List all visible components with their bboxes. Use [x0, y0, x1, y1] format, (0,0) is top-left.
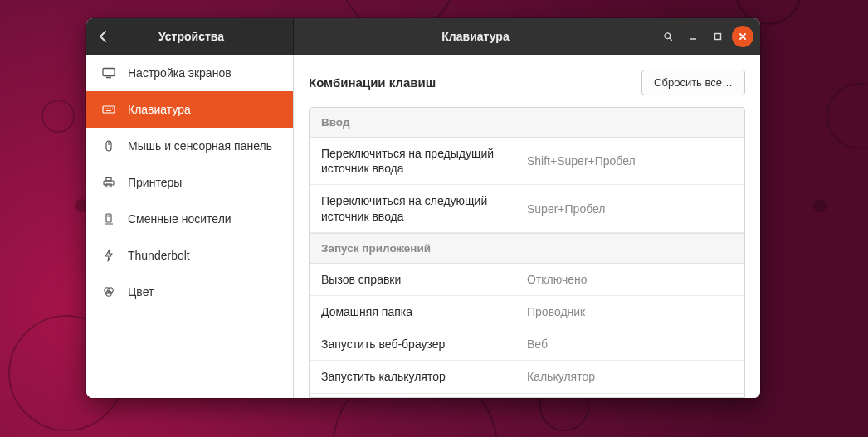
shortcut-row[interactable]: Запустить веб-браузерВеб: [310, 328, 744, 361]
minimize-button[interactable]: [682, 26, 704, 47]
svg-point-10: [112, 108, 113, 109]
removable-icon: [101, 212, 116, 226]
maximize-button[interactable]: [707, 26, 729, 47]
svg-rect-15: [106, 178, 111, 182]
shortcut-label: Переключиться на следующий источник ввод…: [321, 193, 527, 223]
shortcut-accelerator: Shift+Super+Пробел: [527, 154, 733, 168]
sidebar-item-label: Thunderbolt: [128, 249, 190, 262]
shortcut-label: Переключиться на предыдущий источник вво…: [321, 146, 527, 176]
sidebar-item-label: Мышь и сенсорная панель: [128, 139, 272, 153]
sidebar-item-removable[interactable]: Сменные носители: [86, 201, 293, 237]
sidebar-item-label: Настройка экранов: [128, 66, 232, 80]
shortcut-list[interactable]: ВводПереключиться на предыдущий источник…: [309, 107, 745, 398]
window-controls: [657, 26, 760, 47]
close-button[interactable]: [732, 26, 753, 47]
shortcut-row[interactable]: Вызов справкиОтключено: [310, 264, 744, 296]
search-button[interactable]: [657, 26, 679, 47]
sidebar[interactable]: Настройка экрановКлавиатураМышь и сенсор…: [86, 55, 294, 398]
section-header: Запуск приложений: [310, 233, 744, 264]
shortcut-accelerator: Проводник: [527, 305, 733, 318]
minimize-icon: [688, 32, 698, 41]
shortcut-row[interactable]: Переключиться на следующий источник ввод…: [310, 185, 744, 232]
titlebar-left: Устройства: [86, 18, 294, 55]
shortcut-accelerator: Super+Пробел: [527, 202, 733, 216]
color-icon: [101, 285, 116, 299]
shortcut-row[interactable]: Домашняя папкаПроводник: [310, 296, 744, 328]
shortcut-label: Домашняя папка: [321, 304, 527, 319]
sidebar-item-printers[interactable]: Принтеры: [86, 164, 293, 201]
titlebar-left-title: Устройства: [119, 30, 293, 43]
printers-icon: [101, 176, 116, 189]
svg-point-7: [105, 108, 105, 109]
window-body: Настройка экрановКлавиатураМышь и сенсор…: [86, 55, 760, 398]
titlebar: Устройства Клавиатура: [86, 18, 760, 55]
titlebar-right: Клавиатура: [294, 18, 760, 55]
search-icon: [663, 32, 673, 41]
shortcut-label: Вызов справки: [321, 272, 527, 287]
reset-all-button[interactable]: Сбросить все…: [641, 70, 745, 95]
sidebar-item-displays[interactable]: Настройка экранов: [86, 55, 293, 91]
chevron-left-icon: [99, 31, 107, 42]
displays-icon: [101, 66, 116, 80]
settings-window: Устройства Клавиатура Настройка экрано: [86, 18, 760, 398]
titlebar-right-title: Клавиатура: [294, 30, 657, 43]
content-pane: Комбинации клавиш Сбросить все… ВводПере…: [294, 55, 760, 398]
sidebar-item-thunderbolt[interactable]: Thunderbolt: [86, 237, 293, 274]
sidebar-item-mouse[interactable]: Мышь и сенсорная панель: [86, 128, 293, 164]
sidebar-item-label: Цвет: [128, 285, 154, 299]
shortcut-label: Запустить калькулятор: [321, 369, 527, 384]
maximize-icon: [713, 32, 723, 41]
close-icon: [738, 32, 748, 41]
content-title: Комбинации клавиш: [309, 75, 436, 90]
thunderbolt-icon: [101, 249, 116, 262]
svg-rect-16: [106, 184, 111, 187]
sidebar-item-label: Клавиатура: [128, 103, 191, 116]
sidebar-item-keyboard[interactable]: Клавиатура: [86, 91, 293, 128]
keyboard-icon: [101, 103, 116, 116]
section-header: Ввод: [310, 108, 744, 138]
mouse-icon: [101, 139, 116, 153]
svg-point-9: [110, 108, 110, 109]
svg-rect-3: [715, 34, 721, 40]
shortcut-label: Запустить веб-браузер: [321, 337, 527, 352]
shortcut-accelerator: Калькулятор: [527, 370, 733, 383]
content-header: Комбинации клавиш Сбросить все…: [294, 55, 760, 107]
svg-rect-18: [108, 216, 110, 217]
shortcut-row[interactable]: Запустить калькуляторКалькулятор: [310, 361, 744, 393]
back-button[interactable]: [86, 18, 119, 55]
shortcut-row[interactable]: Запустить клиент эл. почтыПочта: [310, 394, 744, 399]
svg-line-1: [670, 38, 672, 41]
svg-point-8: [107, 108, 108, 109]
shortcut-accelerator: Веб: [527, 337, 733, 351]
svg-rect-6: [103, 106, 115, 113]
sidebar-item-label: Сменные носители: [128, 212, 232, 226]
shortcut-accelerator: Отключено: [527, 273, 733, 286]
sidebar-item-color[interactable]: Цвет: [86, 274, 293, 310]
sidebar-item-label: Принтеры: [128, 176, 182, 189]
svg-rect-4: [103, 69, 115, 76]
shortcut-row[interactable]: Переключиться на предыдущий источник вво…: [310, 138, 744, 185]
